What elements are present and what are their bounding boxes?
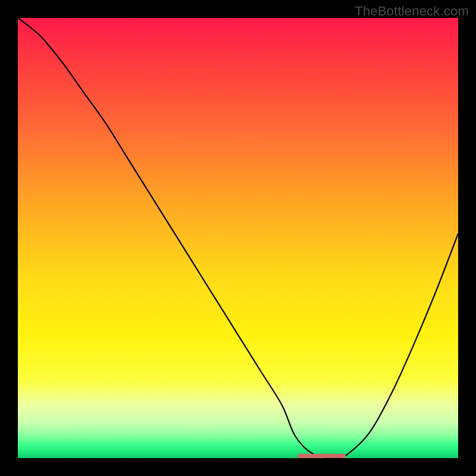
curve-layer	[18, 18, 458, 458]
watermark-text: TheBottleneck.com	[355, 4, 469, 19]
bottleneck-curve	[18, 18, 458, 458]
chart-frame: TheBottleneck.com	[0, 0, 476, 476]
plot-area	[18, 18, 458, 458]
